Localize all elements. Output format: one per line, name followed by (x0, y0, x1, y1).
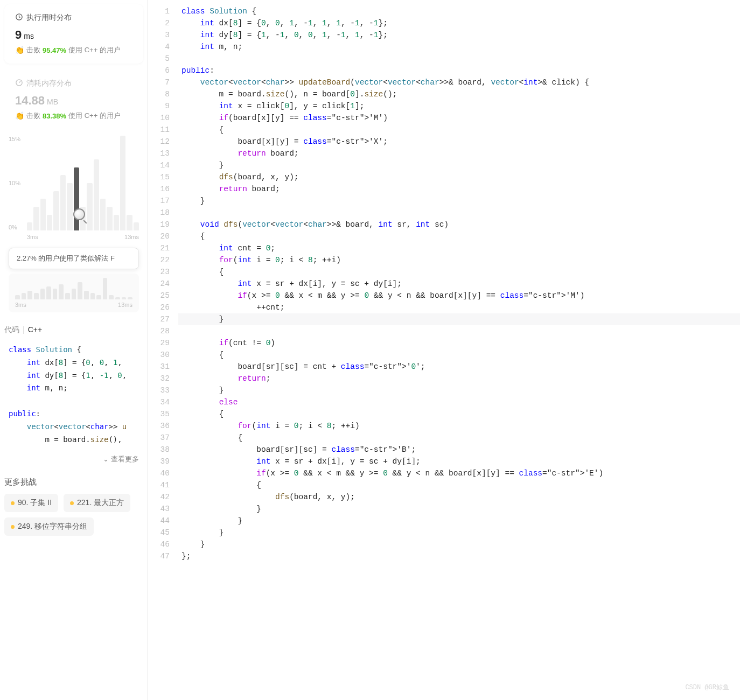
code-line[interactable]: int x = click[0], y = click[1]; (178, 100, 740, 112)
memory-card[interactable]: 消耗内存分布 14.88MB 👏 击败 83.38% 使用 C++ 的用户 (4, 70, 143, 129)
code-line[interactable]: int cnt = 0; (178, 242, 740, 254)
runtime-chart[interactable]: 15% 10% 0% 3ms 13ms (9, 136, 139, 243)
code-line[interactable]: { (178, 479, 740, 491)
chart-bar[interactable] (100, 199, 106, 230)
mini-chart[interactable]: 3ms 13ms (9, 274, 139, 312)
code-line[interactable]: int m, n; (178, 41, 740, 53)
code-line[interactable]: } (178, 527, 740, 538)
chart-bar[interactable] (87, 183, 92, 230)
memory-value: 14.88MB (15, 94, 132, 108)
code-line[interactable]: dfs(board, x, y); (178, 171, 740, 183)
code-line[interactable]: else (178, 396, 740, 408)
code-line[interactable]: public: (178, 65, 740, 76)
chart-bar[interactable] (114, 215, 119, 230)
code-line[interactable]: for(int i = 0; i < 8; ++i) (178, 420, 740, 432)
memory-beat: 👏 击败 83.38% 使用 C++ 的用户 (15, 111, 132, 121)
difficulty-dot-icon (70, 501, 74, 505)
code-line[interactable]: int dx[8] = {0, 0, 1, -1, 1, 1, -1, -1}; (178, 17, 740, 29)
code-line[interactable] (178, 53, 740, 65)
gauge-icon (15, 79, 23, 88)
code-tabs: 代码|C++ (0, 319, 148, 339)
runtime-beat: 👏 击败 95.47% 使用 C++ 的用户 (15, 45, 132, 55)
clap-icon: 👏 (15, 111, 24, 120)
tab-code[interactable]: 代码 (4, 325, 19, 334)
code-line[interactable]: } (178, 503, 740, 515)
line-numbers: 1234567891011121314151617181920212223242… (148, 0, 178, 700)
sidebar: 执行用时分布 9ms 👏 击败 95.47% 使用 C++ 的用户 消耗内存分布… (0, 0, 148, 700)
code-line[interactable]: board[sr][sc] = cnt + class="c-str">'0'; (178, 361, 740, 373)
runtime-value: 9ms (15, 28, 132, 42)
chart-y-axis: 15% 10% 0% (9, 136, 25, 230)
code-line[interactable]: { (178, 230, 740, 242)
chart-bar[interactable] (134, 222, 139, 230)
chart-bar[interactable] (27, 222, 32, 230)
tab-cpp[interactable]: C++ (28, 325, 42, 334)
code-line[interactable]: if(board[x][y] == class="c-str">'M') (178, 112, 740, 124)
mini-chart-bars (15, 278, 132, 299)
chart-bar[interactable] (67, 183, 72, 230)
code-line[interactable]: if(x >= 0 && x < m && y >= 0 && y < n &&… (178, 290, 740, 302)
chart-bar[interactable] (53, 191, 59, 230)
chart-bar[interactable] (60, 175, 66, 230)
clock-icon (15, 13, 23, 23)
code-line[interactable]: int x = sr + dx[i], y = sc + dy[i]; (178, 278, 740, 290)
show-more-link[interactable]: ⌄查看更多 (0, 450, 148, 468)
clap-icon: 👏 (15, 46, 24, 54)
challenge-chip[interactable]: 90. 子集 II (4, 494, 58, 512)
code-snippet: class Solution { int dx[8] = {0, 0, 1, i… (0, 339, 148, 450)
code-line[interactable]: int x = sr + dx[i], y = sc + dy[i]; (178, 456, 740, 467)
chart-bar[interactable] (74, 167, 79, 230)
runtime-title: 执行用时分布 (15, 13, 132, 23)
code-line[interactable]: vector<vector<char>> updateBoard(vector<… (178, 76, 740, 88)
code-line[interactable]: } (178, 515, 740, 527)
chart-bar[interactable] (40, 199, 46, 230)
code-line[interactable]: return board; (178, 148, 740, 159)
magnifier-icon (73, 208, 85, 220)
code-line[interactable]: board[sr][sc] = class="c-str">'B'; (178, 444, 740, 456)
code-line[interactable]: for(int i = 0; i < 8; ++i) (178, 254, 740, 266)
chart-bar[interactable] (33, 207, 39, 230)
difficulty-dot-icon (11, 501, 15, 505)
code-line[interactable]: } (178, 384, 740, 396)
runtime-card[interactable]: 执行用时分布 9ms 👏 击败 95.47% 使用 C++ 的用户 (4, 4, 143, 64)
chart-x-axis: 3ms 13ms (27, 234, 139, 243)
code-line[interactable] (178, 325, 740, 337)
code-line[interactable]: { (178, 432, 740, 444)
chart-bar[interactable] (94, 159, 99, 230)
code-line[interactable]: void dfs(vector<vector<char>>& board, in… (178, 219, 740, 230)
code-line[interactable]: if(cnt != 0) (178, 337, 740, 349)
code-line[interactable]: }; (178, 550, 740, 562)
challenges-heading: 更多挑战 (0, 468, 148, 494)
code-line[interactable]: class Solution { (178, 5, 740, 17)
code-line[interactable]: { (178, 266, 740, 278)
code-line[interactable]: return; (178, 373, 740, 384)
code-line[interactable]: { (178, 408, 740, 420)
code-line[interactable]: } (178, 313, 740, 325)
code-line[interactable]: } (178, 538, 740, 550)
code-line[interactable]: dfs(board, x, y); (178, 491, 740, 503)
chevron-down-icon: ⌄ (103, 455, 109, 463)
code-line[interactable]: } (178, 159, 740, 171)
code-editor[interactable]: 1234567891011121314151617181920212223242… (148, 0, 740, 700)
code-line[interactable]: ++cnt; (178, 302, 740, 313)
memory-title: 消耗内存分布 (15, 79, 132, 88)
code-line[interactable] (178, 207, 740, 219)
difficulty-dot-icon (11, 525, 15, 529)
chart-bar[interactable] (47, 215, 52, 230)
code-line[interactable]: { (178, 349, 740, 361)
chart-bar[interactable] (120, 136, 125, 230)
code-line[interactable]: int dy[8] = {1, -1, 0, 0, 1, -1, 1, -1}; (178, 29, 740, 41)
challenge-chip[interactable]: 221. 最大正方 (64, 494, 130, 512)
code-line[interactable]: return board; (178, 183, 740, 195)
code-line[interactable]: board[x][y] = class="c-str">'X'; (178, 136, 740, 148)
code-line[interactable]: if(x >= 0 && x < m && y >= 0 && y < n &&… (178, 467, 740, 479)
chart-bar[interactable] (107, 207, 112, 230)
chart-bar[interactable] (127, 215, 132, 230)
code-content[interactable]: class Solution { int dx[8] = {0, 0, 1, -… (178, 0, 740, 700)
chart-tooltip: 2.27% 的用户使用了类似解法 F (9, 248, 139, 269)
code-line[interactable]: { (178, 124, 740, 136)
code-line[interactable]: m = board.size(), n = board[0].size(); (178, 88, 740, 100)
code-line[interactable]: } (178, 195, 740, 207)
watermark: CSDN @GR鲸鱼 (685, 682, 729, 694)
challenge-chip[interactable]: 249. 移位字符串分组 (4, 517, 94, 536)
